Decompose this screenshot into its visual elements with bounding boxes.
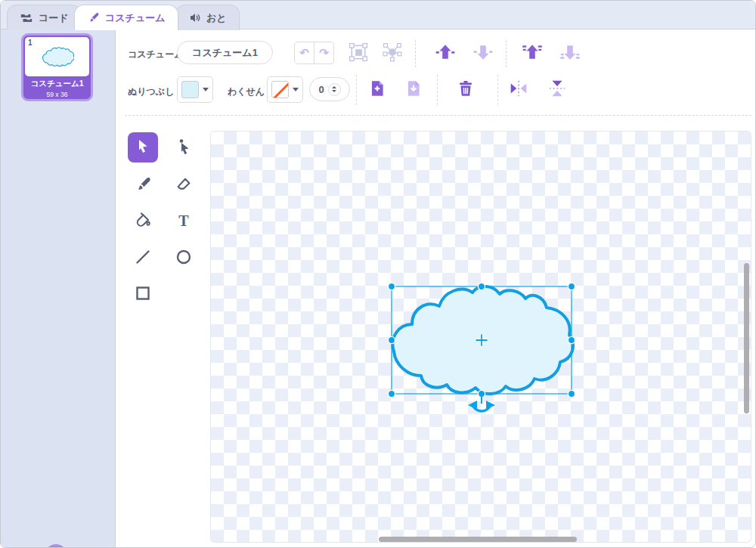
paint-bucket-icon bbox=[134, 212, 152, 232]
flip-vertical-icon bbox=[547, 79, 567, 101]
chevron-down-icon bbox=[293, 88, 299, 91]
line-icon bbox=[134, 248, 152, 268]
no-outline-icon bbox=[272, 81, 289, 98]
add-costume-button[interactable] bbox=[45, 544, 67, 548]
selected-cloud-shape[interactable] bbox=[383, 279, 581, 420]
toolbar-divider bbox=[437, 75, 438, 105]
undo-button[interactable]: ↶ bbox=[295, 42, 314, 63]
tab-costumes[interactable]: コスチューム bbox=[74, 5, 178, 30]
speaker-icon bbox=[188, 11, 201, 24]
redo-button[interactable]: ↷ bbox=[314, 42, 333, 63]
backward-arrow-icon bbox=[473, 42, 493, 64]
toolbar-divider bbox=[506, 40, 507, 67]
group-button[interactable] bbox=[347, 42, 370, 64]
handle-top-center[interactable] bbox=[478, 283, 485, 289]
back-arrow-icon bbox=[560, 42, 580, 64]
tool-reshape[interactable] bbox=[169, 132, 199, 163]
stepper-up-icon bbox=[332, 86, 336, 88]
canvas-vertical-scrollbar[interactable] bbox=[744, 263, 749, 413]
send-to-back-button[interactable] bbox=[559, 42, 581, 64]
front-arrow-icon bbox=[522, 42, 542, 64]
tool-eraser[interactable] bbox=[169, 170, 199, 200]
group-icon bbox=[349, 42, 368, 64]
tool-text[interactable]: T bbox=[169, 206, 199, 237]
paste-icon bbox=[404, 79, 423, 101]
tab-costumes-label: コスチューム bbox=[105, 11, 166, 25]
rotation-handle[interactable] bbox=[468, 397, 495, 411]
outline-color-button[interactable] bbox=[267, 76, 303, 103]
flip-horizontal-icon bbox=[509, 79, 528, 101]
fill-color-swatch bbox=[181, 81, 199, 98]
tool-line[interactable] bbox=[128, 243, 158, 273]
costume-size: 59 x 36 bbox=[23, 91, 91, 98]
tool-brush[interactable] bbox=[128, 170, 158, 200]
fill-label: ぬりつぶし bbox=[128, 85, 174, 98]
costume-name-label: コスチューム bbox=[128, 48, 183, 61]
handle-bottom-left[interactable] bbox=[388, 390, 395, 397]
reshape-cursor-icon bbox=[175, 138, 193, 158]
handle-top-right[interactable] bbox=[568, 283, 575, 289]
text-icon: T bbox=[175, 212, 193, 232]
toolbar-divider bbox=[497, 75, 498, 105]
code-blocks-icon bbox=[20, 11, 33, 25]
toolbar-bottom-divider bbox=[125, 115, 751, 116]
tool-circle[interactable] bbox=[169, 243, 199, 273]
flip-vertical-button[interactable] bbox=[546, 78, 569, 101]
toolbar-divider bbox=[356, 75, 357, 105]
undo-icon: ↶ bbox=[299, 46, 309, 60]
svg-text:T: T bbox=[178, 212, 189, 228]
flip-horizontal-button[interactable] bbox=[507, 78, 530, 101]
tab-code-label: コード bbox=[39, 11, 69, 25]
redo-icon: ↷ bbox=[319, 46, 329, 60]
circle-icon bbox=[175, 248, 193, 268]
tool-rectangle[interactable] bbox=[128, 279, 158, 309]
paste-button[interactable] bbox=[402, 78, 425, 101]
costume-name-input[interactable] bbox=[177, 41, 273, 64]
handle-middle-left[interactable] bbox=[388, 336, 395, 343]
brush-icon bbox=[87, 11, 100, 24]
delete-button[interactable] bbox=[454, 78, 477, 101]
costume-card-selected[interactable]: 1 コスチューム1 59 x 36 bbox=[21, 33, 93, 101]
toolbar-divider bbox=[415, 40, 416, 67]
tab-code[interactable]: コード bbox=[7, 5, 82, 30]
paint-editor-window: コード コスチューム おと 1 コスチューム1 59 x 36 bbox=[0, 0, 756, 548]
forward-arrow-icon bbox=[435, 42, 455, 64]
outline-color-swatch bbox=[271, 81, 289, 98]
canvas-horizontal-scrollbar[interactable] bbox=[379, 537, 577, 542]
send-backward-button[interactable] bbox=[472, 42, 494, 64]
costume-thumbnail: 1 bbox=[25, 37, 89, 76]
outline-label: わくせん bbox=[228, 85, 265, 98]
handle-bottom-right[interactable] bbox=[568, 390, 575, 397]
ungroup-button[interactable] bbox=[381, 42, 404, 64]
stepper-down-icon bbox=[332, 90, 336, 92]
handle-bottom-center[interactable] bbox=[478, 390, 485, 397]
tool-select[interactable] bbox=[128, 132, 158, 163]
costume-thumbnail-cloud bbox=[41, 46, 74, 67]
eraser-icon bbox=[175, 175, 193, 196]
undo-redo-group: ↶ ↷ bbox=[294, 42, 334, 64]
ungroup-icon bbox=[383, 42, 402, 64]
copy-button[interactable] bbox=[366, 78, 389, 101]
chevron-down-icon bbox=[203, 88, 209, 91]
select-cursor-icon bbox=[134, 138, 152, 158]
tab-bar: コード コスチューム おと bbox=[1, 1, 755, 29]
brush-icon bbox=[134, 175, 152, 196]
copy-icon bbox=[367, 79, 387, 101]
bring-forward-button[interactable] bbox=[434, 42, 457, 64]
rectangle-icon bbox=[134, 284, 152, 305]
tool-fill[interactable] bbox=[128, 206, 158, 237]
outline-width-stepper[interactable] bbox=[328, 83, 341, 96]
trash-icon bbox=[456, 79, 476, 101]
handle-top-left[interactable] bbox=[388, 283, 395, 289]
outline-width-value: 0 bbox=[318, 84, 324, 95]
handle-middle-right[interactable] bbox=[568, 336, 575, 343]
costume-name: コスチューム1 bbox=[23, 79, 91, 89]
fill-color-button[interactable] bbox=[177, 76, 213, 103]
costume-index: 1 bbox=[28, 39, 33, 47]
outline-width-input[interactable]: 0 bbox=[309, 77, 350, 101]
tab-sounds-label: おと bbox=[206, 11, 227, 25]
bring-to-front-button[interactable] bbox=[521, 42, 544, 64]
tab-sounds[interactable]: おと bbox=[175, 5, 240, 30]
costume-list-sidebar: 1 コスチューム1 59 x 36 bbox=[1, 29, 116, 548]
